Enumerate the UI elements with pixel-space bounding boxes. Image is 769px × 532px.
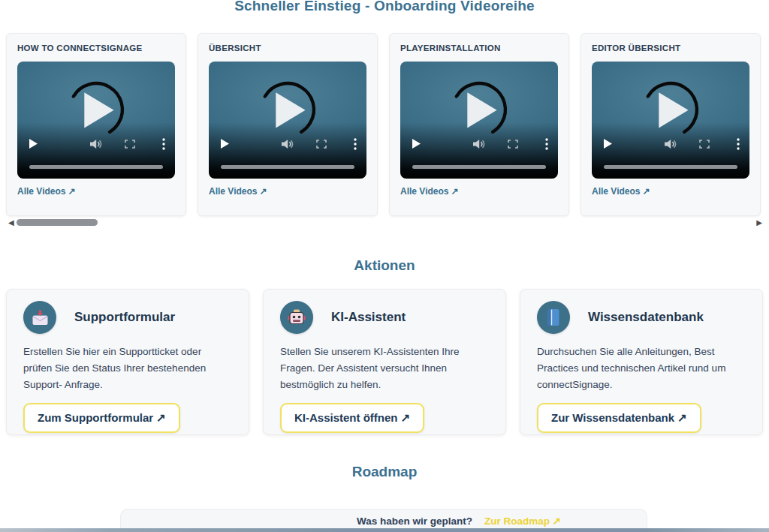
supportformular-button[interactable]: Zum Supportformular ↗ bbox=[23, 403, 180, 433]
video-controls bbox=[592, 137, 749, 152]
video-menu-button[interactable] bbox=[162, 138, 165, 150]
bottom-divider bbox=[0, 528, 769, 532]
video-controls bbox=[400, 137, 558, 152]
all-videos-link[interactable]: Alle Videos ↗ bbox=[592, 186, 650, 197]
big-play-spinner-icon[interactable] bbox=[443, 74, 515, 146]
video-card: HOW TO CONNECTSIGNAGE Alle Videos ↗ bbox=[6, 33, 186, 216]
page-title: Schneller Einstieg - Onboarding Videorei… bbox=[0, 0, 769, 14]
video-progress-bar[interactable] bbox=[29, 165, 163, 169]
fullscreen-button[interactable] bbox=[508, 140, 518, 149]
envelope-incoming-icon bbox=[23, 301, 56, 334]
scrollbar-thumb[interactable] bbox=[17, 219, 98, 226]
action-card-title: KI-Assistent bbox=[331, 310, 406, 325]
action-cards-row: Supportformular Erstellen Sie hier ein S… bbox=[6, 289, 763, 435]
video-card-title: ÜBERSICHT bbox=[209, 44, 366, 53]
scroll-left-arrow-icon[interactable]: ◀ bbox=[8, 218, 14, 227]
video-progress-bar[interactable] bbox=[604, 165, 737, 169]
play-button[interactable] bbox=[412, 139, 421, 149]
support-onboarding-page: Schneller Einstieg - Onboarding Videorei… bbox=[0, 0, 769, 532]
fullscreen-button[interactable] bbox=[699, 140, 710, 149]
video-card: PLAYERINSTALLATION Alle Videos ↗ bbox=[389, 33, 569, 216]
video-cards-row: HOW TO CONNECTSIGNAGE Alle Videos ↗ ÜBER… bbox=[6, 33, 763, 216]
video-player[interactable] bbox=[209, 62, 366, 179]
play-button[interactable] bbox=[29, 139, 38, 149]
action-card-title: Wissensdatenbank bbox=[588, 310, 704, 325]
all-videos-link[interactable]: Alle Videos ↗ bbox=[400, 186, 459, 197]
video-menu-button[interactable] bbox=[545, 138, 548, 150]
fullscreen-button[interactable] bbox=[316, 140, 327, 149]
action-card-header: KI-Assistent bbox=[280, 301, 489, 334]
volume-button[interactable] bbox=[282, 139, 294, 149]
roadmap-link[interactable]: Zur Roadmap ↗ bbox=[484, 515, 561, 527]
video-player[interactable] bbox=[400, 62, 558, 179]
volume-button[interactable] bbox=[90, 139, 103, 149]
video-card-title: PLAYERINSTALLATION bbox=[400, 44, 558, 53]
section-title-roadmap: Roadmap bbox=[0, 464, 769, 480]
wissensdatenbank-button[interactable]: Zur Wissensdatenbank ↗ bbox=[537, 403, 701, 433]
video-controls bbox=[17, 137, 175, 152]
big-play-spinner-icon[interactable] bbox=[252, 74, 324, 146]
video-player[interactable] bbox=[17, 62, 175, 179]
book-icon bbox=[537, 301, 570, 334]
fullscreen-button[interactable] bbox=[125, 140, 135, 149]
video-card: ÜBERSICHT Alle Videos ↗ bbox=[198, 33, 378, 216]
video-card: EDITOR ÜBERSICHT Alle Videos ↗ bbox=[581, 33, 761, 216]
video-progress-bar[interactable] bbox=[221, 165, 354, 169]
all-videos-link[interactable]: Alle Videos ↗ bbox=[209, 186, 267, 197]
big-play-spinner-icon[interactable] bbox=[635, 74, 707, 146]
robot-icon bbox=[280, 301, 313, 334]
video-menu-button[interactable] bbox=[354, 138, 357, 150]
action-card-header: Wissensdatenbank bbox=[537, 301, 746, 334]
action-card-wissensdatenbank: Wissensdatenbank Durchsuchen Sie alle An… bbox=[520, 289, 763, 435]
volume-button[interactable] bbox=[665, 139, 677, 149]
all-videos-link[interactable]: Alle Videos ↗ bbox=[17, 186, 76, 197]
action-card-header: Supportformular bbox=[23, 301, 232, 334]
action-card-ki-assistent: KI-Assistent Stellen Sie unserem KI-Assi… bbox=[263, 289, 506, 435]
video-card-title: HOW TO CONNECTSIGNAGE bbox=[17, 44, 175, 53]
big-play-spinner-icon[interactable] bbox=[60, 74, 132, 146]
roadmap-question: Was haben wir geplant? bbox=[357, 515, 472, 527]
video-card-title: EDITOR ÜBERSICHT bbox=[592, 44, 749, 53]
ki-assistent-button[interactable]: KI-Assistent öffnen ↗ bbox=[280, 403, 424, 433]
action-card-title: Supportformular bbox=[74, 310, 175, 325]
action-card-supportformular: Supportformular Erstellen Sie hier ein S… bbox=[6, 289, 249, 435]
video-controls bbox=[209, 137, 366, 152]
action-card-description: Erstellen Sie hier ein Supportticket ode… bbox=[23, 344, 232, 393]
carousel-scrollbar: ◀ ▶ bbox=[0, 218, 769, 229]
video-player[interactable] bbox=[592, 62, 749, 179]
play-button[interactable] bbox=[604, 139, 612, 149]
scroll-right-arrow-icon[interactable]: ▶ bbox=[756, 218, 762, 227]
video-menu-button[interactable] bbox=[737, 138, 740, 150]
action-card-description: Stellen Sie unserem KI-Assistenten Ihre … bbox=[280, 344, 489, 393]
video-progress-bar[interactable] bbox=[412, 165, 546, 169]
volume-button[interactable] bbox=[473, 139, 486, 149]
section-title-aktionen: Aktionen bbox=[0, 257, 769, 274]
play-button[interactable] bbox=[221, 139, 229, 149]
action-card-description: Durchsuchen Sie alle Anleitungen, Best P… bbox=[537, 344, 746, 393]
